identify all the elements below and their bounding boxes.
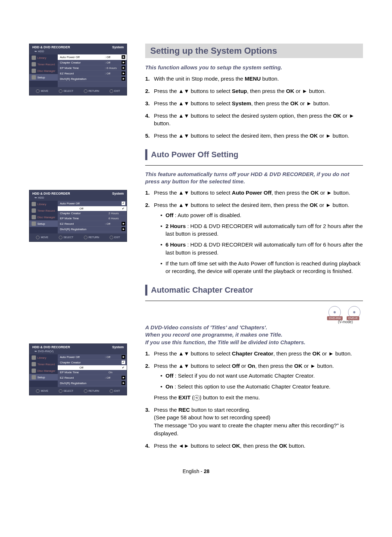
osd-screenshot-3: HDD & DVD RECORDER System ➥ DVD-RW(V) Li…	[29, 343, 127, 395]
section1-intro: This function allows you to setup the sy…	[145, 64, 363, 71]
osd-screenshot-2: HDD & DVD RECORDER System ➥ HDD Library …	[29, 190, 127, 242]
page-layout: HDD & DVD RECORDER System ➥ HDD Library …	[29, 44, 363, 454]
setup-icon	[32, 221, 36, 226]
step: Press the ▲▼ buttons to select System, t…	[145, 99, 363, 107]
library-icon	[32, 355, 36, 360]
osd-title: HDD & DVD RECORDER	[32, 45, 70, 49]
osd-list: Auto Power Off: Off▶ Chapter Creator: Of…	[58, 54, 127, 87]
osd-breadcrumb: ➥ HDD	[29, 196, 127, 201]
left-column: HDD & DVD RECORDER System ➥ HDD Library …	[29, 44, 131, 454]
osd-corner: System	[112, 345, 124, 349]
timer-icon	[32, 208, 36, 213]
bullet: Off : Select if you do not want use Auto…	[160, 372, 363, 380]
osd-corner: System	[112, 192, 124, 195]
setup-icon	[32, 75, 36, 80]
osd-title: HDD & DVD RECORDER	[32, 192, 70, 195]
bullet: Off : Auto power off is disabled.	[160, 211, 363, 219]
osd-corner: System	[112, 45, 124, 49]
setup-icon	[32, 375, 36, 379]
osd-nav: Library Timer Record Disc Manager Setup	[29, 54, 58, 87]
section3-steps: Press the ▲▼ buttons to select Chapter C…	[145, 350, 363, 450]
disc-icons: DVD-RW DVD-R	[145, 306, 362, 318]
right-column: Setting up the System Options This funct…	[145, 44, 363, 454]
library-icon	[32, 56, 36, 60]
osd-screenshot-1: HDD & DVD RECORDER System ➥ HDD Library …	[29, 44, 127, 95]
step: Press the ▲▼ buttons to select Chapter C…	[145, 350, 363, 358]
section2-bullets: Off : Auto power off is disabled. 2 Hour…	[154, 211, 363, 275]
library-icon	[32, 202, 36, 206]
step: With the unit in Stop mode, press the ME…	[145, 75, 363, 83]
section1-steps: With the unit in Stop mode, press the ME…	[145, 75, 363, 140]
disc-icon	[32, 69, 36, 73]
timer-icon	[32, 362, 36, 366]
section-heading-auto-power-off: Auto Power Off Setting	[145, 149, 363, 160]
step: Press the ▲▼ buttons to select Off or On…	[145, 362, 363, 402]
osd-footer: MOVESELECTRETURNEXIT	[29, 87, 127, 95]
disc-icon	[32, 369, 36, 373]
step: Press the ▲▼ buttons to select Auto Powe…	[145, 189, 363, 197]
osd-title: HDD & DVD RECORDER	[32, 345, 70, 349]
step: Press the ▲▼ buttons to select the desir…	[145, 201, 363, 275]
step: Press the ◄► buttons to select OK, then …	[145, 442, 363, 450]
bullet: On : Select this option to use the Autom…	[160, 383, 363, 391]
bullet: 2 Hours : HDD & DVD RECORDER will automa…	[160, 222, 363, 238]
step: Press the ▲▼ buttons to select the desir…	[145, 112, 363, 128]
step: Press the ▲▼ buttons to select the desir…	[145, 132, 363, 140]
section2-steps: Press the ▲▼ buttons to select Auto Powe…	[145, 189, 363, 275]
disc-icon	[32, 215, 36, 219]
bullet: If the turn off time set with the Auto P…	[160, 260, 363, 276]
disc-caption: (V-mode)	[145, 320, 363, 324]
section3-intro: A DVD-Video consists of 'Titles' and 'Ch…	[145, 324, 363, 346]
step: Press the REC button to start recording.…	[145, 406, 363, 438]
timer-icon	[32, 62, 36, 66]
section-heading-chapter-creator: Automatic Chapter Creator	[145, 285, 363, 296]
osd-breadcrumb: ➥ DVD-RW(V)	[29, 350, 127, 354]
side-tab: System Setup	[0, 103, 0, 149]
bullet: 6 Hours : HDD & DVD RECORDER will automa…	[160, 241, 363, 257]
section2-intro: This feature automatically turns off you…	[145, 171, 363, 186]
page-footer: English - 28	[29, 468, 363, 474]
section-heading-system-options: Setting up the System Options	[145, 44, 363, 58]
osd-breadcrumb: ➥ HDD	[29, 50, 127, 54]
step: Press the ▲▼ buttons to select Setup, th…	[145, 87, 363, 95]
